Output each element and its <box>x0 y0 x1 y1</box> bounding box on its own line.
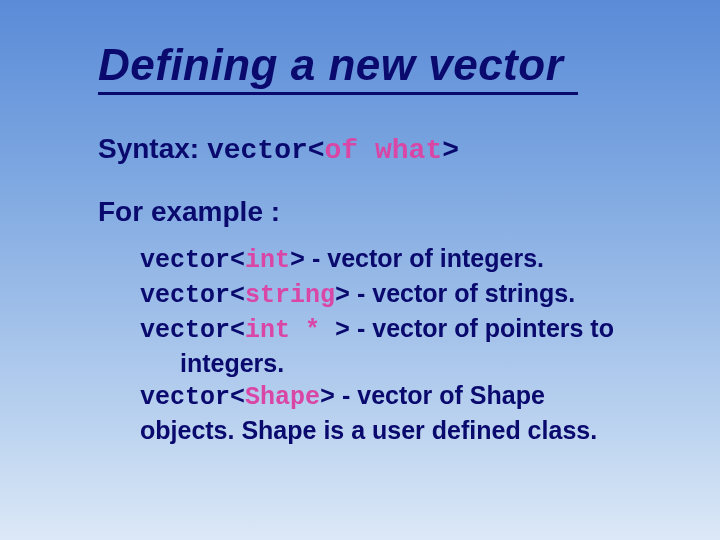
example-intptr: vector<int * > - vector of pointers to <box>140 312 680 347</box>
example-shape-cont: objects. Shape is a user defined class. <box>140 414 680 446</box>
example-intptr-cont: integers. <box>140 347 680 379</box>
example-prefix: vector< <box>140 246 245 275</box>
example-suffix: > <box>290 246 305 275</box>
example-suffix: > <box>335 281 350 310</box>
example-int: vector<int> - vector of integers. <box>140 242 680 277</box>
syntax-line: Syntax: vector<of what> <box>98 133 720 166</box>
example-desc: - vector of strings. <box>350 279 575 307</box>
example-desc: - vector of pointers to <box>350 314 614 342</box>
example-type: string <box>245 281 335 310</box>
syntax-code-param: of what <box>325 135 443 166</box>
example-suffix: > <box>320 383 335 412</box>
syntax-code-suffix: > <box>442 135 459 166</box>
example-type: int <box>245 246 290 275</box>
example-shape: vector<Shape> - vector of Shape <box>140 379 680 414</box>
for-example-label: For example : <box>98 196 720 228</box>
example-prefix: vector< <box>140 316 245 345</box>
syntax-code-prefix: vector< <box>207 135 325 166</box>
example-prefix: vector< <box>140 383 245 412</box>
example-desc: - vector of integers. <box>305 244 544 272</box>
slide-title: Defining a new vector <box>98 40 578 95</box>
example-suffix: > <box>320 316 350 345</box>
example-prefix: vector< <box>140 281 245 310</box>
example-type: Shape <box>245 383 320 412</box>
example-desc: - vector of Shape <box>335 381 545 409</box>
syntax-label: Syntax: <box>98 133 199 164</box>
example-string: vector<string> - vector of strings. <box>140 277 680 312</box>
examples-block: vector<int> - vector of integers. vector… <box>140 242 680 446</box>
example-type: int * <box>245 316 320 345</box>
